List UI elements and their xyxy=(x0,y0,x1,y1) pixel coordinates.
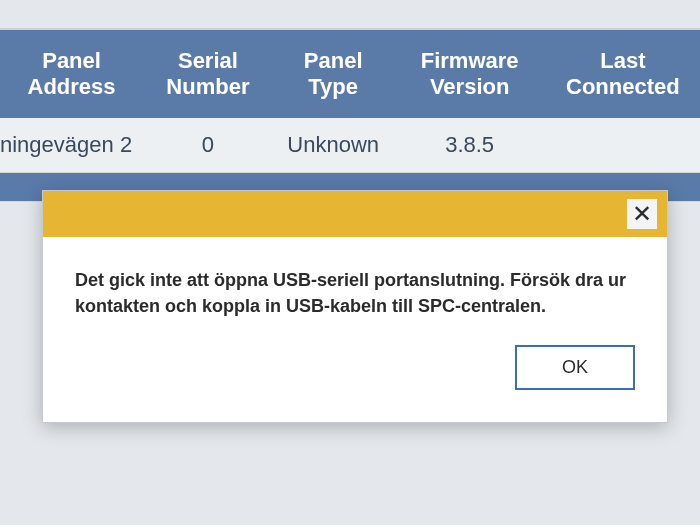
panels-table: Panel Address Serial Number Panel Type F… xyxy=(0,30,700,202)
table-row[interactable]: ningevägen 2 0 Unknown 3.8.5 xyxy=(0,118,700,173)
cell-panel-address: ningevägen 2 xyxy=(0,118,143,173)
cell-last-connected xyxy=(546,118,700,173)
cell-panel-type: Unknown xyxy=(273,118,394,173)
col-firmware-version: Firmware Version xyxy=(394,30,546,118)
app-window: Panel Address Serial Number Panel Type F… xyxy=(0,0,700,525)
error-dialog: ✕ Det gick inte att öppna USB-seriell po… xyxy=(42,190,668,423)
top-divider xyxy=(0,0,700,30)
dialog-close-button[interactable]: ✕ xyxy=(627,199,657,229)
col-panel-type: Panel Type xyxy=(273,30,394,118)
ok-button[interactable]: OK xyxy=(515,345,635,390)
dialog-message: Det gick inte att öppna USB-seriell port… xyxy=(43,237,667,345)
dialog-button-row: OK xyxy=(43,345,667,422)
col-panel-address: Panel Address xyxy=(0,30,143,118)
col-serial-number: Serial Number xyxy=(143,30,273,118)
col-last-connected: Last Connected xyxy=(546,30,700,118)
cell-firmware-version: 3.8.5 xyxy=(394,118,546,173)
dialog-titlebar: ✕ xyxy=(43,191,667,237)
table-header-row: Panel Address Serial Number Panel Type F… xyxy=(0,30,700,118)
close-icon: ✕ xyxy=(632,202,652,226)
cell-serial-number: 0 xyxy=(143,118,273,173)
